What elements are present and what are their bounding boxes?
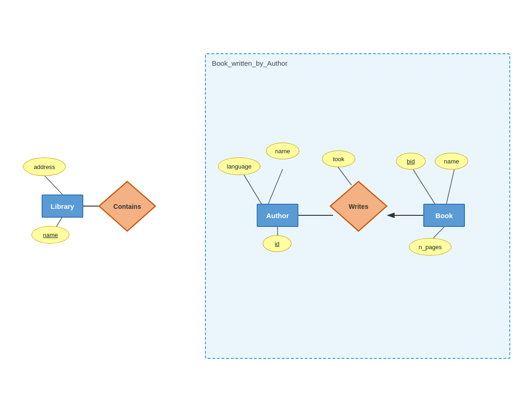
attr-writes-took: took (322, 151, 355, 167)
diagram-canvas: Book_written_by_Author address (0, 0, 532, 414)
entity-library[interactable]: Library (42, 194, 83, 218)
attr-lib-name: name (31, 226, 69, 244)
group-label: Book_written_by_Author (212, 59, 287, 67)
entity-author[interactable]: Author (257, 204, 298, 227)
entity-book[interactable]: Book (423, 204, 465, 227)
attr-book-name: name (435, 153, 468, 169)
attr-book-npages: n_pages (409, 238, 452, 256)
attr-author-name: name (266, 143, 299, 159)
attr-lib-address: address (23, 157, 66, 176)
attr-author-id: id (263, 235, 291, 252)
relationship-writes-label: Writes (349, 203, 369, 210)
attr-book-bid: bid (396, 153, 426, 169)
relationship-contains-label: Contains (113, 203, 141, 210)
relationship-writes[interactable]: Writes (328, 180, 389, 233)
svg-line-5 (44, 175, 62, 194)
attr-author-language: language (218, 157, 260, 175)
relationship-contains[interactable]: Contains (97, 180, 157, 233)
